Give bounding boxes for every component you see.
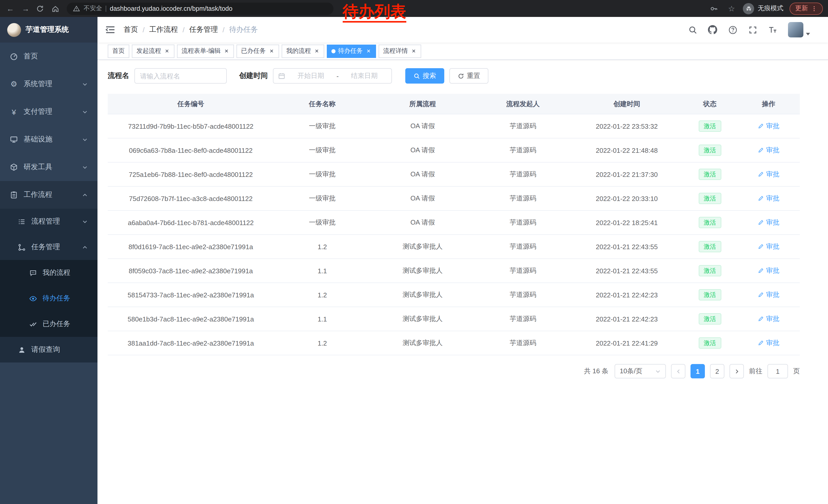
tab-done-tasks[interactable]: 已办任务: [237, 44, 279, 58]
close-icon[interactable]: [314, 48, 320, 54]
cell-process: 测试多审批人: [371, 290, 474, 300]
goto-page-input[interactable]: [768, 364, 788, 378]
page-button-1[interactable]: 1: [691, 364, 705, 378]
address-bar[interactable]: 不安全 dashboard.yudao.iocoder.cn/bpm/task/…: [67, 2, 333, 15]
cell-created: 2022-01-21 22:43:55: [572, 243, 682, 250]
update-button[interactable]: 更新: [790, 2, 823, 15]
cell-status: 激活: [682, 313, 738, 325]
forward-icon[interactable]: →: [20, 4, 31, 13]
reset-button[interactable]: 重置: [449, 68, 488, 84]
sidebar-item-todo-tasks[interactable]: 待办任务: [0, 286, 97, 311]
chevron-down-icon: [82, 109, 88, 114]
avatar[interactable]: [788, 22, 803, 37]
close-icon[interactable]: [365, 48, 371, 54]
range-separator: -: [336, 72, 339, 80]
cell-status: 激活: [682, 169, 738, 180]
tab-start-process[interactable]: 发起流程: [132, 44, 174, 58]
sidebar-item-infra[interactable]: 基础设施: [0, 126, 97, 153]
header-initiator: 流程发起人: [474, 99, 572, 108]
sidebar-item-task-mgmt[interactable]: 任务管理: [0, 234, 97, 260]
page-size-select[interactable]: 10条/页: [615, 364, 666, 378]
cell-created: 2022-01-21 22:41:29: [572, 339, 682, 347]
tab-home[interactable]: 首页: [108, 44, 129, 58]
approve-link[interactable]: 审批: [758, 314, 780, 324]
sidebar-item-my-process[interactable]: 我的流程: [0, 260, 97, 286]
sidebar-item-process-mgmt[interactable]: 流程管理: [0, 209, 97, 234]
workflow-submenu: 流程管理 任务管理 我的流程: [0, 209, 97, 363]
cell-task-name: 1.2: [274, 291, 371, 299]
approve-link[interactable]: 审批: [758, 218, 780, 227]
approve-link[interactable]: 审批: [758, 242, 780, 251]
sidebar-item-system[interactable]: ⚙ 系统管理: [0, 70, 97, 98]
breadcrumb-separator: /: [142, 26, 145, 34]
cell-status: 激活: [682, 241, 738, 252]
home-icon[interactable]: [51, 4, 61, 12]
sidebar-toggle-icon[interactable]: [105, 25, 115, 35]
breadcrumb-home[interactable]: 首页: [124, 25, 138, 34]
back-icon[interactable]: ←: [5, 4, 15, 13]
breadcrumb-workflow[interactable]: 工作流程: [149, 25, 178, 34]
approve-link[interactable]: 审批: [758, 194, 780, 203]
status-badge: 激活: [699, 193, 721, 204]
cell-task-name: 一级审批: [274, 194, 371, 203]
cell-task-name: 一级审批: [274, 122, 371, 131]
goto-suffix: 页: [793, 367, 800, 376]
cell-task-id: 725a1eb6-7b88-11ec-8ef0-acde48001122: [108, 171, 274, 178]
tab-form-edit[interactable]: 流程表单-编辑: [177, 44, 234, 58]
tab-process-detail[interactable]: 流程详情: [379, 44, 421, 58]
sidebar-item-label: 研发工具: [24, 163, 52, 172]
sidebar-item-payment[interactable]: ¥ 支付管理: [0, 98, 97, 126]
status-badge: 激活: [699, 241, 721, 252]
prev-page-button[interactable]: [671, 364, 686, 378]
fullscreen-icon[interactable]: [748, 25, 757, 34]
page-button-2[interactable]: 2: [710, 364, 724, 378]
close-icon[interactable]: [223, 48, 229, 54]
user-menu[interactable]: [788, 22, 810, 37]
approve-label: 审批: [766, 218, 780, 227]
approve-link[interactable]: 审批: [758, 266, 780, 275]
sidebar-item-workflow[interactable]: 工作流程: [0, 181, 97, 209]
tab-my-process[interactable]: 我的流程: [282, 44, 324, 58]
approve-link[interactable]: 审批: [758, 170, 780, 179]
chrome-right-cluster: ☆ 无痕模式 更新: [710, 2, 823, 15]
approve-link[interactable]: 审批: [758, 146, 780, 155]
more-vert-icon[interactable]: [811, 5, 817, 11]
approve-link[interactable]: 审批: [758, 122, 780, 131]
process-name-input[interactable]: [134, 68, 227, 84]
help-icon[interactable]: [728, 25, 737, 34]
cell-task-name: 一级审批: [274, 146, 371, 155]
close-icon[interactable]: [268, 48, 275, 54]
status-badge: 激活: [699, 265, 721, 276]
next-page-button[interactable]: [730, 364, 744, 378]
sidebar-item-done-tasks[interactable]: 已办任务: [0, 311, 97, 337]
github-icon[interactable]: [708, 25, 717, 34]
sidebar-item-leave-query[interactable]: 请假查询: [0, 337, 97, 363]
sidebar-item-home[interactable]: 首页: [0, 43, 97, 70]
filter-form: 流程名 创建时间 开始日期 - 结束日期 搜索 重: [108, 68, 800, 84]
tab-label: 已办任务: [241, 47, 266, 55]
reload-icon[interactable]: [36, 4, 46, 12]
approve-link[interactable]: 审批: [758, 290, 780, 300]
total-count: 共 16 条: [584, 367, 609, 376]
sidebar-item-devtools[interactable]: 研发工具: [0, 153, 97, 181]
tab-todo-tasks[interactable]: 待办任务: [327, 44, 376, 58]
cell-task-id: 381aa1dd-7ac8-11ec-a9e2-a2380e71991a: [108, 339, 274, 347]
search-button[interactable]: 搜索: [405, 68, 444, 84]
search-icon[interactable]: [688, 25, 697, 34]
cell-created: 2022-01-22 21:48:48: [572, 146, 682, 154]
header-task-name: 任务名称: [274, 99, 371, 108]
font-size-icon[interactable]: [768, 25, 777, 34]
breadcrumb-task-mgmt[interactable]: 任务管理: [189, 25, 218, 34]
cell-actions: 审批: [738, 338, 800, 348]
cell-task-id: 58154733-7ac8-11ec-a9e2-a2380e71991a: [108, 291, 274, 299]
approve-label: 审批: [766, 338, 780, 348]
approve-link[interactable]: 审批: [758, 338, 780, 348]
close-icon[interactable]: [410, 48, 417, 54]
date-range-picker[interactable]: 开始日期 - 结束日期: [273, 68, 392, 84]
chevron-down-icon: [655, 368, 661, 374]
approve-label: 审批: [766, 170, 780, 179]
double-check-icon: [29, 320, 37, 328]
close-icon[interactable]: [164, 48, 170, 54]
key-icon[interactable]: [710, 4, 720, 12]
star-icon[interactable]: ☆: [727, 4, 737, 13]
